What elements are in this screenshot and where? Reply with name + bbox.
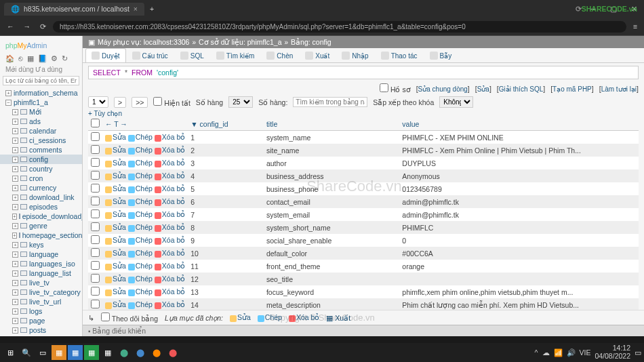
close-icon[interactable]: × [134,5,138,13]
cell-id[interactable]: 10 [188,247,264,260]
row-edit[interactable]: Sửa [105,249,126,257]
row-delete[interactable]: Xóa bỏ [155,210,185,218]
row-delete[interactable]: Xóa bỏ [155,249,185,257]
row-copy[interactable]: Chép [128,287,153,296]
taskbar-app[interactable]: ⬤ [133,345,148,360]
cell-value[interactable]: admin@phimflc.tk [399,195,639,208]
table-item[interactable]: + episode_download_link [0,212,82,221]
row-copy[interactable]: Chép [128,172,153,180]
cell-title[interactable]: system_email [264,208,399,221]
row-copy[interactable]: Chép [128,300,153,308]
table-item[interactable]: + ads [0,117,82,126]
db-item[interactable]: + information_schema [0,88,82,98]
cell-value[interactable]: #00CC6A [399,247,639,260]
cell-value[interactable]: orange [399,260,639,273]
content-tab[interactable]: Thao tác [375,48,424,62]
table-filter-input[interactable] [3,76,79,85]
logout-icon[interactable]: ⎋ [18,54,23,63]
row-checkbox[interactable] [91,235,100,244]
network-icon[interactable]: 📶 [554,348,563,357]
content-tab[interactable]: Bẫy [424,48,458,62]
row-copy[interactable]: Chép [128,210,153,218]
tray-icon[interactable]: ☁ [542,348,550,357]
show-all-checkbox[interactable]: Hiện tất [153,97,190,107]
settings-icon[interactable]: ⚙ [51,54,58,63]
row-edit[interactable]: Sửa [105,236,126,244]
cell-title[interactable]: site_name [264,144,399,157]
table-item[interactable]: + languages_iso [0,259,82,268]
row-edit[interactable]: Sửa [105,262,126,270]
cell-value[interactable]: PHIMFLC [399,221,639,234]
db-item[interactable]: − phimflc1_a [0,98,82,107]
bulk-delete-button[interactable]: Xóa bỏ [289,313,319,321]
taskbar-app[interactable]: ▦ [84,345,99,360]
cell-title[interactable]: seo_title [264,273,399,285]
row-delete[interactable]: Xóa bỏ [155,287,185,296]
explain-link[interactable]: Giải thích SQL [499,85,543,93]
row-delete[interactable]: Xóa bỏ [155,184,185,193]
refresh-link[interactable]: Làm tươi lại [601,85,637,93]
row-edit[interactable]: Sửa [105,275,126,283]
content-tab[interactable]: Cấu trúc [126,48,174,62]
row-copy[interactable]: Chép [128,236,153,244]
row-checkbox[interactable] [91,261,100,270]
sql-icon[interactable]: ▦ [27,54,34,63]
edit-link[interactable]: Sửa [477,85,489,93]
table-item[interactable]: + Mới [0,107,82,117]
row-delete[interactable]: Xóa bỏ [155,262,185,270]
row-checkbox[interactable] [91,287,100,296]
row-delete[interactable]: Xóa bỏ [155,275,185,283]
row-checkbox[interactable] [91,145,100,154]
table-item[interactable]: + post_category [0,335,82,336]
cell-title[interactable]: focus_keyword [264,285,399,298]
home-icon[interactable]: 🏠 [5,54,14,63]
row-delete[interactable]: Xóa bỏ [155,159,185,167]
table-item[interactable]: + country [0,164,82,174]
cell-title[interactable]: system_short_name [264,221,399,234]
start-button[interactable]: ⊞ [3,345,18,360]
table-item[interactable]: + language [0,249,82,259]
table-item[interactable]: + logs [0,306,82,316]
inline-edit-link[interactable]: Sửa chung dòng [418,85,468,93]
cell-value[interactable]: PHIMFLC - XEM PHIM ONLINE [399,131,639,144]
row-edit[interactable]: Sửa [105,300,126,308]
task-view-button[interactable]: ▭ [35,345,50,360]
cell-id[interactable]: 7 [188,208,264,221]
table-item[interactable]: + keys [0,240,82,249]
cell-id[interactable]: 13 [188,285,264,298]
row-checkbox[interactable] [91,158,100,167]
row-delete[interactable]: Xóa bỏ [155,197,185,205]
table-item[interactable]: + posts [0,325,82,335]
cell-title[interactable]: meta_description [264,298,399,310]
table-item[interactable]: + currency [0,183,82,193]
row-edit[interactable]: Sửa [105,172,126,180]
cell-id[interactable]: 8 [188,221,264,234]
table-item[interactable]: + genre [0,221,82,230]
table-item[interactable]: + comments [0,145,82,155]
row-copy[interactable]: Chép [128,262,153,270]
console-toggle[interactable]: ▪ Bảng điều khiển [83,325,644,336]
row-checkbox[interactable] [91,184,100,193]
content-tab[interactable]: Nhập [336,48,374,62]
table-item[interactable]: + live_tv [0,278,82,287]
table-item[interactable]: + calendar [0,126,82,136]
language-indicator[interactable]: VIE [580,348,591,357]
row-checkbox[interactable] [91,209,100,218]
docs-icon[interactable]: 📘 [38,54,47,63]
bulk-edit-button[interactable]: Sửa [230,313,251,321]
taskbar-app[interactable]: ⬤ [165,345,180,360]
cell-id[interactable]: 11 [188,260,264,273]
table-item[interactable]: + ci_sessions [0,136,82,145]
notifications-button[interactable]: ▭ [635,348,641,357]
url-input[interactable]: https://h835.ketnoiserver.com:2083/cpses… [53,21,626,33]
browser-tab[interactable]: 🌐 h835.ketnoiserver.com / localhost × [4,3,144,16]
row-delete[interactable]: Xóa bỏ [155,146,185,154]
row-copy[interactable]: Chép [128,197,153,205]
cell-title[interactable]: contact_email [264,195,399,208]
row-edit[interactable]: Sửa [105,223,126,231]
taskbar-app[interactable]: ▦ [68,345,83,360]
col-value[interactable]: value [399,117,639,131]
search-button[interactable]: 🔍 [19,345,34,360]
row-delete[interactable]: Xóa bỏ [155,172,185,180]
row-edit[interactable]: Sửa [105,159,126,167]
